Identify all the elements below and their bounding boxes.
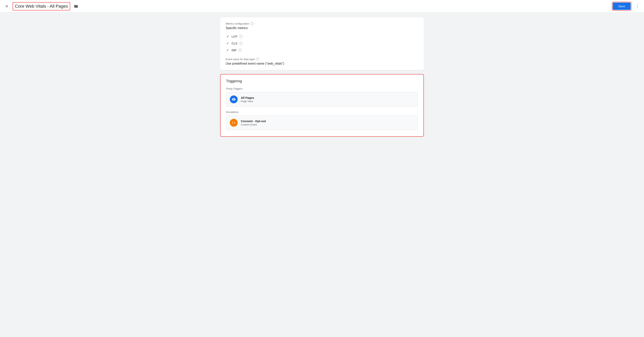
- save-button[interactable]: Save: [613, 2, 631, 10]
- inp-check-icon: ✓: [226, 48, 230, 52]
- consent-trigger-type: Custom Event: [241, 123, 266, 126]
- more-icon: ⋮: [635, 4, 640, 9]
- page-title: Core Web Vitals - All Pages: [15, 4, 68, 9]
- metrics-config-label: Metrics configuration ?: [226, 22, 418, 25]
- consent-trigger-name: Consent - Opt-out: [241, 119, 266, 123]
- all-pages-trigger-type: Page View: [241, 100, 254, 103]
- trigger-consent-opt-out[interactable]: Consent - Opt-out Custom Event: [226, 115, 418, 130]
- lcp-label: LCP: [232, 35, 237, 38]
- consent-trigger-info: Consent - Opt-out Custom Event: [241, 119, 266, 126]
- main-content: Metrics configuration ? Specific metrics…: [214, 12, 430, 337]
- all-pages-trigger-icon: [230, 95, 238, 103]
- inp-label: INP: [232, 48, 236, 52]
- cls-label: CLS: [232, 42, 237, 45]
- cls-check-icon: ✓: [226, 41, 230, 45]
- event-name-help-icon[interactable]: ?: [256, 57, 259, 61]
- code-icon: [232, 121, 236, 125]
- cls-help-icon[interactable]: ?: [239, 42, 242, 45]
- event-name-value: Use predefined event name ("web_vitals"): [226, 62, 418, 65]
- folder-icon: [74, 4, 78, 8]
- triggering-card: Triggering Firing Triggers All Pages Pag…: [220, 74, 424, 137]
- close-icon: ✕: [5, 4, 8, 9]
- header: ✕ Core Web Vitals - All Pages Save ⋮: [0, 0, 644, 12]
- title-wrapper: Core Web Vitals - All Pages: [12, 2, 70, 10]
- metric-lcp: ✓ LCP ?: [226, 33, 418, 40]
- eye-icon: [232, 97, 236, 101]
- metric-cls: ✓ CLS ?: [226, 40, 418, 47]
- inp-help-icon[interactable]: ?: [238, 49, 242, 52]
- metrics-card: Metrics configuration ? Specific metrics…: [220, 17, 424, 70]
- exceptions-section: Exceptions Consent - Opt-out Custom Even…: [226, 111, 418, 130]
- close-button[interactable]: ✕: [3, 3, 10, 10]
- lcp-check-icon: ✓: [226, 34, 230, 38]
- folder-button[interactable]: [72, 3, 80, 10]
- exceptions-label: Exceptions: [226, 111, 418, 113]
- save-button-wrapper: Save: [612, 2, 632, 10]
- metric-inp: ✓ INP ?: [226, 47, 418, 54]
- all-pages-trigger-name: All Pages: [241, 96, 254, 99]
- event-name-label: Event name for data layer ?: [226, 57, 418, 61]
- metrics-config-help-icon[interactable]: ?: [250, 22, 254, 25]
- event-name-section: Event name for data layer ? Use predefin…: [226, 57, 418, 65]
- all-pages-trigger-info: All Pages Page View: [241, 96, 254, 103]
- trigger-all-pages[interactable]: All Pages Page View: [226, 92, 418, 107]
- more-options-button[interactable]: ⋮: [634, 3, 641, 10]
- lcp-help-icon[interactable]: ?: [239, 35, 242, 38]
- triggering-title: Triggering: [226, 79, 418, 83]
- consent-trigger-icon: [230, 119, 238, 127]
- firing-triggers-label: Firing Triggers: [226, 87, 418, 90]
- specific-metrics-title: Specific metrics: [226, 26, 418, 30]
